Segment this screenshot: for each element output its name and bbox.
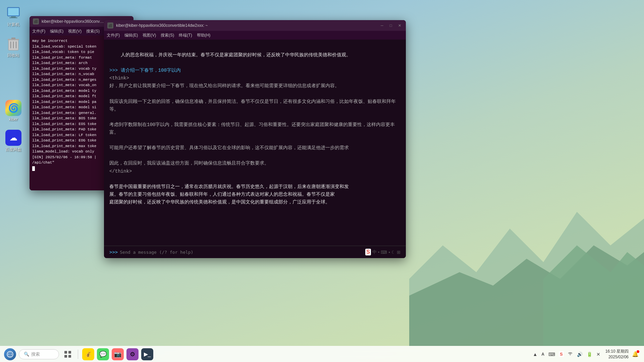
menu-edit-bg[interactable]: 编辑(E) bbox=[50, 28, 63, 34]
desktop-icon-baidu[interactable]: ☁ 百度网盘 bbox=[2, 128, 25, 154]
computer-label: 计算机 bbox=[7, 22, 19, 27]
think-open-tag: <think> bbox=[109, 75, 129, 81]
taskbar-divider bbox=[78, 350, 78, 359]
svg-rect-1 bbox=[8, 8, 19, 15]
menu-view-bg[interactable]: 视图(V) bbox=[68, 28, 82, 34]
terminal-main-title: kiber@kiber-hppavilionx360convertible14d… bbox=[116, 23, 376, 28]
input-prompt-symbol: >>> bbox=[109, 249, 118, 255]
tray-sogou[interactable]: S bbox=[559, 351, 564, 357]
taskbar: 🔍 搜索 💰 💬 📷 ⚙ ▶_ ▲ A ⌨ S 🔊 🔋 ✕ bbox=[0, 346, 644, 362]
menu-search-main[interactable]: 搜索(S) bbox=[161, 33, 174, 38]
terminal-main-minimize[interactable]: ─ bbox=[379, 22, 385, 28]
terminal-main-menubar: 文件(F) 编辑(E) 视图(V) 搜索(S) 终端(T) 帮助(H) bbox=[104, 31, 406, 40]
recycle-label: 回收站 bbox=[7, 53, 19, 58]
menu-edit-main[interactable]: 编辑(E) bbox=[124, 33, 138, 38]
svg-rect-12 bbox=[68, 351, 71, 354]
think-close-tag: </think> bbox=[109, 169, 132, 174]
tray-battery[interactable]: 🔋 bbox=[586, 351, 593, 358]
recycle-icon bbox=[5, 36, 21, 52]
menu-file-bg[interactable]: 文件(F) bbox=[32, 28, 45, 34]
svg-rect-14 bbox=[68, 355, 71, 358]
search-label: 搜索 bbox=[31, 351, 40, 357]
desktop-bg-mountains bbox=[409, 178, 644, 346]
response-text: 春节是中国最重要的传统节日之一，通常在农历腊月就庆祝。春节历史悠久，起源于汉朝，… bbox=[109, 184, 349, 205]
terminal-main-titlebar: ⬛ kiber@kiber-hppavilionx360convertible1… bbox=[104, 20, 406, 31]
terminal-input-bar[interactable]: >>> S 中 • ⌨ ▪ ☾ ⊞ bbox=[104, 246, 406, 258]
think-content: 好，用户之前让我简要介绍一下春节，现在他又给出同样的请求。看来他可能需要更详细的… bbox=[109, 83, 396, 166]
square-icon[interactable]: ▪ bbox=[388, 250, 390, 255]
start-button[interactable] bbox=[4, 348, 16, 360]
kiber-icon: 🌀 bbox=[5, 100, 21, 116]
taskbar-app-wallet[interactable]: 💰 bbox=[82, 348, 94, 360]
moon-icon[interactable]: ☾ bbox=[391, 250, 395, 255]
tray-keyboard[interactable]: ⌨ bbox=[547, 351, 556, 358]
desktop-icons-column: 计算机 回收站 🌀 kiber ☁ 百度网盘 bbox=[0, 0, 27, 154]
taskbar-right: ▲ A ⌨ S 🔊 🔋 ✕ 16:10 星期四 2025/02/06 🔔 bbox=[532, 349, 640, 360]
tray-disconnect[interactable]: ✕ bbox=[595, 351, 601, 358]
terminal-main-maximize[interactable]: □ bbox=[388, 22, 394, 28]
chat-input[interactable] bbox=[120, 250, 363, 255]
svg-rect-2 bbox=[11, 16, 16, 17]
tray-input-method[interactable]: A bbox=[540, 351, 545, 357]
clock-time: 16:10 星期四 bbox=[605, 349, 629, 354]
terminal-bg-icon: ⬛ bbox=[33, 18, 39, 24]
svg-rect-11 bbox=[64, 351, 67, 354]
computer-icon bbox=[5, 5, 21, 21]
tray-wifi[interactable] bbox=[567, 350, 574, 358]
desktop-icon-computer[interactable]: 计算机 bbox=[2, 3, 25, 29]
search-icon: 🔍 bbox=[24, 352, 29, 357]
terminal-window-main: ⬛ kiber@kiber-hppavilionx360convertible1… bbox=[104, 20, 406, 258]
input-toolbar: S 中 • ⌨ ▪ ☾ ⊞ bbox=[365, 249, 400, 255]
svg-rect-6 bbox=[11, 38, 15, 39]
terminal-main-close[interactable]: ✕ bbox=[396, 22, 402, 28]
menu-view-main[interactable]: 视图(V) bbox=[143, 33, 156, 38]
taskbar-app-multitask[interactable] bbox=[62, 348, 74, 360]
content-before: 人的思念和祝福，并庆祝一年的结束。春节不仅是家庭团聚的好时候，还反映了中华民族的… bbox=[121, 52, 351, 58]
dot-icon: • bbox=[378, 250, 380, 255]
taskbar-app-message[interactable]: 💬 bbox=[97, 348, 109, 360]
menu-terminal-main[interactable]: 终端(T) bbox=[179, 33, 192, 38]
notification-badge bbox=[637, 350, 639, 353]
terminal-main-content[interactable]: 人的思念和祝福，并庆祝一年的结束。春节不仅是家庭团聚的好时候，还反映了中华民族的… bbox=[104, 40, 406, 246]
baidu-icon: ☁ bbox=[5, 130, 21, 146]
menu-help-main[interactable]: 帮助(H) bbox=[197, 33, 211, 38]
terminal-main-icon: ⬛ bbox=[107, 22, 113, 28]
taskbar-left: 🔍 搜索 💰 💬 📷 ⚙ ▶_ bbox=[4, 348, 529, 360]
grid-icon[interactable]: ⊞ bbox=[397, 250, 400, 255]
tray-volume[interactable]: 🔊 bbox=[576, 351, 584, 358]
svg-rect-13 bbox=[64, 355, 67, 358]
keyboard-icon[interactable]: ⌨ bbox=[381, 250, 387, 255]
kiber-label: kiber bbox=[9, 117, 18, 122]
tray-chevron[interactable]: ▲ bbox=[532, 351, 538, 358]
menu-file-main[interactable]: 文件(F) bbox=[107, 33, 120, 38]
taskbar-app-settings[interactable]: ⚙ bbox=[126, 348, 139, 360]
notification-button[interactable]: 🔔 bbox=[631, 350, 640, 359]
desktop-icon-recycle[interactable]: 回收站 bbox=[2, 34, 25, 60]
clock-date: 2025/02/06 bbox=[605, 354, 629, 360]
prompt-question: >>> 请介绍一下春节，100字以内 bbox=[109, 68, 181, 73]
baidu-label: 百度网盘 bbox=[5, 147, 21, 153]
chinese-icon[interactable]: 中 bbox=[372, 249, 377, 255]
taskbar-app-terminal[interactable]: ▶_ bbox=[141, 348, 153, 360]
terminal-bg-title: kiber@kiber-hppavilionx360convertible14d… bbox=[42, 19, 104, 24]
desktop-icon-kiber[interactable]: 🌀 kiber bbox=[2, 99, 25, 123]
taskbar-app-camera[interactable]: 📷 bbox=[112, 348, 124, 360]
menu-search-bg[interactable]: 搜索(S) bbox=[86, 28, 100, 34]
taskbar-clock[interactable]: 16:10 星期四 2025/02/06 bbox=[605, 349, 629, 360]
taskbar-search-bar[interactable]: 🔍 搜索 bbox=[19, 349, 59, 359]
svg-rect-3 bbox=[9, 17, 17, 18]
sogou-icon[interactable]: S bbox=[365, 249, 371, 255]
